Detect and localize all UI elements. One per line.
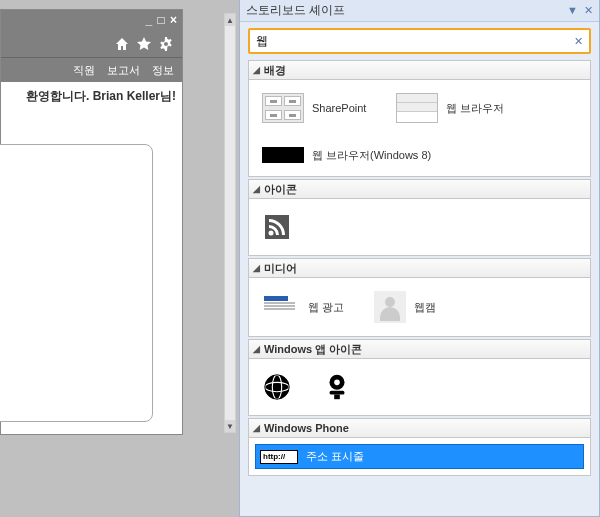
svg-point-1 [269, 231, 274, 236]
shape-globe-icon[interactable] [257, 367, 297, 407]
panel-titlebar: 스토리보드 셰이프 ▼ ✕ [240, 0, 599, 22]
address-bar-icon: http:// [260, 450, 298, 464]
category-label: 아이콘 [264, 182, 297, 197]
shape-label: 웹 브라우저 [446, 101, 504, 116]
category-label: 미디어 [264, 261, 297, 276]
chevron-icon: ◢ [253, 65, 260, 75]
menu-item-report[interactable]: 보고서 [107, 63, 140, 78]
category-label: 배경 [264, 63, 286, 78]
scroll-track[interactable] [225, 26, 235, 420]
search-box[interactable]: ✕ [248, 28, 591, 54]
shape-user-icon[interactable] [317, 367, 357, 407]
category-background: ◢ 배경 SharePoint 웹 브라우저 [248, 60, 591, 177]
scroll-up-icon[interactable]: ▲ [225, 14, 235, 26]
shape-label: 웹 광고 [308, 300, 344, 315]
chevron-icon: ◢ [253, 344, 260, 354]
svg-rect-0 [265, 215, 289, 239]
menu-item-info[interactable]: 정보 [152, 63, 174, 78]
shape-address-bar[interactable]: http:// 주소 표시줄 [255, 444, 584, 469]
svg-rect-8 [330, 391, 345, 395]
shape-web-browser-win8[interactable]: 웹 브라우저(Windows 8) [257, 142, 436, 168]
panel-title: 스토리보드 셰이프 [246, 2, 345, 19]
gear-icon[interactable] [158, 36, 174, 52]
category-icon: ◢ 아이콘 [248, 179, 591, 256]
category-windows-app-icon: ◢ Windows 앱 아이콘 [248, 339, 591, 416]
shape-categories: ◢ 배경 SharePoint 웹 브라우저 [240, 58, 599, 514]
globe-icon [262, 372, 292, 402]
category-label: Windows Phone [264, 422, 349, 434]
clear-search-icon[interactable]: ✕ [574, 35, 583, 48]
home-icon[interactable] [114, 36, 130, 52]
svg-point-7 [334, 380, 340, 386]
search-input[interactable] [256, 34, 574, 48]
shape-web-ad[interactable]: 웹 광고 [257, 286, 349, 328]
window-menubar: 직원 보고서 정보 [1, 58, 182, 82]
shape-rss-icon[interactable] [257, 207, 297, 247]
category-header-windows-phone[interactable]: ◢ Windows Phone [248, 418, 591, 438]
scroll-down-icon[interactable]: ▼ [225, 420, 235, 432]
shape-web-browser[interactable]: 웹 브라우저 [391, 88, 509, 128]
category-media: ◢ 미디어 웹 광고 웹캠 [248, 258, 591, 337]
svg-rect-9 [334, 395, 340, 400]
shape-sharepoint[interactable]: SharePoint [257, 88, 371, 128]
shape-label: SharePoint [312, 102, 366, 114]
shape-webcam[interactable]: 웹캠 [369, 286, 441, 328]
category-header-media[interactable]: ◢ 미디어 [248, 258, 591, 278]
storyboard-shapes-panel: 스토리보드 셰이프 ▼ ✕ ✕ ◢ 배경 SharePo [239, 0, 600, 517]
rss-icon [262, 212, 292, 242]
chevron-icon: ◢ [253, 423, 260, 433]
category-header-icon[interactable]: ◢ 아이콘 [248, 179, 591, 199]
shape-label: 주소 표시줄 [306, 449, 364, 464]
menu-item-staff[interactable]: 직원 [73, 63, 95, 78]
chevron-icon: ◢ [253, 263, 260, 273]
panel-menu-icon[interactable]: ▼ [567, 4, 578, 17]
category-windows-phone: ◢ Windows Phone http:// 주소 표시줄 [248, 418, 591, 476]
user-circle-icon [322, 372, 352, 402]
window-titlebar: _ □ × [1, 10, 182, 30]
webcam-icon [374, 291, 406, 323]
browser-icon [396, 93, 438, 123]
star-icon[interactable] [136, 36, 152, 52]
sharepoint-icon [262, 93, 304, 123]
shape-label: 웹 브라우저(Windows 8) [312, 148, 431, 163]
content-card [0, 144, 153, 422]
window-toolbar [1, 30, 182, 58]
ad-icon [262, 294, 300, 320]
chevron-icon: ◢ [253, 184, 260, 194]
shape-label: 웹캠 [414, 300, 436, 315]
search-container: ✕ [240, 22, 599, 58]
category-label: Windows 앱 아이콘 [264, 342, 362, 357]
scrollbar[interactable]: ▲ ▼ [224, 13, 236, 433]
panel-close-icon[interactable]: ✕ [584, 4, 593, 17]
welcome-text: 환영합니다. Brian Keller님! [1, 82, 182, 111]
category-header-windows-app-icon[interactable]: ◢ Windows 앱 아이콘 [248, 339, 591, 359]
window-controls[interactable]: _ □ × [145, 13, 178, 27]
background-app-window: _ □ × 직원 보고서 정보 환영합니다. Brian Keller님! [0, 9, 183, 435]
category-header-background[interactable]: ◢ 배경 [248, 60, 591, 80]
